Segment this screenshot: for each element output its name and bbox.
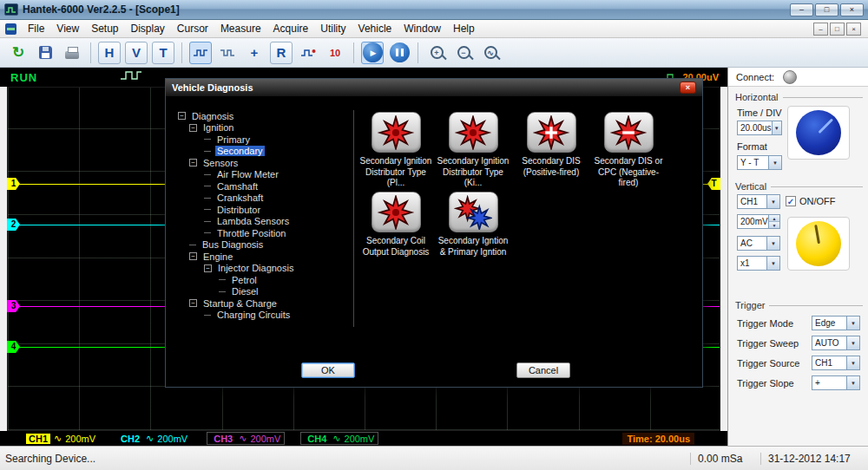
tree-item-distributor[interactable]: Distributor: [173, 204, 353, 216]
stepper-arrows-icon[interactable]: ▲▼: [768, 215, 779, 228]
tree-item-injector-diagnosis[interactable]: Injector Diagnosis: [173, 263, 353, 275]
collapse-icon[interactable]: [189, 124, 197, 132]
maximize-icon[interactable]: □: [815, 3, 838, 16]
ignition-burst-minus-icon: [604, 112, 654, 153]
menu-file[interactable]: File: [22, 21, 50, 36]
trigger-slope-select[interactable]: +: [812, 375, 860, 390]
zoom-out-icon[interactable]: −: [452, 42, 475, 64]
trigger-sweep-select[interactable]: AUTO: [812, 336, 860, 350]
pause-button[interactable]: [388, 42, 411, 64]
tile-secondary-dis-positive[interactable]: Secondary DIS (Positive-fired): [512, 112, 590, 178]
trigger-source-select[interactable]: CH1: [812, 356, 860, 370]
menu-display[interactable]: Display: [125, 21, 171, 36]
tile-secondary-distributor-pl[interactable]: Secondary Ignition Distributor Type (Pl.…: [357, 112, 435, 189]
ch4-coupling-icon: ∿: [332, 433, 340, 444]
print-icon[interactable]: [61, 42, 83, 64]
play-button[interactable]: ▶: [361, 42, 384, 64]
tree-item-camshaft[interactable]: Camshaft: [173, 180, 353, 193]
volts-div-stepper[interactable]: 200mV ▲▼: [737, 214, 780, 229]
close-icon[interactable]: ×: [840, 3, 864, 16]
tree-item-startup-charge[interactable]: Startup & Charge: [173, 297, 353, 310]
title-bar[interactable]: Hantek-6000 Ver2.2.5 - [Scope1] – □ ×: [0, 0, 868, 20]
tree-item-petrol[interactable]: Petrol: [173, 274, 353, 286]
menu-window[interactable]: Window: [398, 21, 447, 36]
menu-cursor[interactable]: Cursor: [171, 21, 214, 36]
trigger-level-marker[interactable]: T: [707, 178, 720, 190]
ch1-position-marker[interactable]: 1: [7, 178, 20, 190]
time-div-select[interactable]: 20.00us: [737, 121, 782, 135]
menu-measure[interactable]: Measure: [214, 21, 267, 36]
vertical-menu-button[interactable]: V: [125, 42, 148, 64]
ok-button[interactable]: OK: [301, 362, 355, 378]
channel-onoff[interactable]: ✓ ON/OFF: [786, 196, 836, 206]
tree-item-diagnosis[interactable]: Diagnosis: [173, 110, 353, 122]
channel-status-bar: CH1 ∿ 200mV CH2 ∿ 200mV CH3 ∿ 200mV CH4 …: [0, 431, 727, 446]
ch1-status[interactable]: CH1 ∿ 200mV: [23, 433, 99, 444]
waveform-list-icon[interactable]: [216, 42, 239, 64]
save-icon[interactable]: [34, 42, 56, 64]
tree-item-secondary[interactable]: Secondary: [173, 146, 353, 158]
dialog-close-icon[interactable]: ×: [680, 82, 696, 94]
coupling-select[interactable]: AC: [737, 236, 780, 251]
zoom-wave-icon[interactable]: ∿: [479, 42, 502, 64]
datetime: 31-12-2012 14:17: [760, 453, 851, 465]
menu-setup[interactable]: Setup: [85, 21, 124, 36]
connect-indicator[interactable]: [783, 70, 797, 84]
ch4-status[interactable]: CH4 ∿ 200mV: [300, 432, 378, 445]
tree-item-engine[interactable]: Engine: [173, 251, 353, 263]
tree-item-ignition[interactable]: Ignition: [173, 122, 353, 134]
format-select[interactable]: Y - T: [737, 155, 782, 170]
record-wave-icon[interactable]: [297, 42, 319, 64]
checkbox-check-icon[interactable]: ✓: [786, 196, 796, 206]
tile-secondary-distributor-ki[interactable]: Secondary Ignition Distributor Type (Ki.…: [434, 112, 512, 189]
timebase-knob[interactable]: [796, 110, 841, 155]
mdi-minimize-icon[interactable]: –: [813, 23, 828, 36]
tree-item-diesel[interactable]: Diesel: [173, 286, 353, 298]
tree-item-bus-diagnosis[interactable]: Bus Diagnosis: [173, 239, 353, 251]
menu-utility[interactable]: Utility: [314, 21, 352, 36]
tree-item-charging-circuits[interactable]: Charging Circuits: [173, 310, 353, 322]
trigger-menu-button[interactable]: T: [152, 42, 174, 64]
trigger-mode-select[interactable]: Edge: [812, 316, 860, 330]
channel-select[interactable]: CH1: [737, 194, 780, 209]
dialog-title-bar[interactable]: Vehicle Diagnosis ×: [166, 79, 702, 96]
volts-knob[interactable]: [796, 221, 841, 266]
collapse-icon[interactable]: [189, 299, 197, 307]
waveform-display-icon[interactable]: [189, 42, 212, 64]
tile-secondary-coil-output[interactable]: Secondary Coil Output Diagnosis: [357, 192, 435, 258]
tree-item-air-flow-meter[interactable]: Air Flow Meter: [173, 169, 353, 181]
collapse-icon[interactable]: [189, 252, 197, 260]
ch4-position-marker[interactable]: 4: [7, 341, 20, 353]
menu-view[interactable]: View: [50, 21, 85, 36]
mdi-restore-icon[interactable]: □: [830, 23, 845, 36]
collapse-icon[interactable]: [178, 112, 186, 120]
tree-item-primary[interactable]: Primary: [173, 134, 353, 146]
zoom-in-icon[interactable]: +: [425, 42, 448, 64]
cancel-button[interactable]: Cancel: [516, 362, 570, 378]
horizontal-menu-button[interactable]: H: [98, 42, 121, 64]
menu-acquire[interactable]: Acquire: [267, 21, 315, 36]
tree-item-crankshaft[interactable]: Crankshaft: [173, 193, 353, 205]
tree-item-sensors[interactable]: Sensors: [173, 157, 353, 169]
collapse-icon[interactable]: [189, 159, 197, 166]
ch2-position-marker[interactable]: 2: [7, 219, 20, 231]
probe-x10-button[interactable]: 10: [324, 42, 346, 64]
probe-select[interactable]: x1: [737, 256, 780, 271]
ch2-status[interactable]: CH2 ∿ 200mV: [115, 433, 191, 444]
play-icon: ▶: [363, 42, 383, 62]
collapse-icon[interactable]: [204, 264, 212, 272]
menu-vehicle[interactable]: Vehicle: [352, 21, 398, 36]
tile-secondary-and-primary[interactable]: Secondary Igntion & Primary Igntion: [434, 192, 512, 258]
tree-item-throttle-position[interactable]: Throttle Position: [173, 227, 353, 239]
ch3-position-marker[interactable]: 3: [7, 300, 20, 312]
minimize-icon[interactable]: –: [790, 3, 813, 16]
mdi-close-icon[interactable]: ×: [846, 23, 861, 36]
reference-wave-button[interactable]: R: [270, 42, 293, 64]
tile-secondary-dis-negative[interactable]: Secondary DIS or CPC (Negative-fired): [589, 112, 667, 189]
refresh-icon[interactable]: ↻: [7, 42, 30, 64]
menu-help[interactable]: Help: [447, 21, 481, 36]
measure-crosshair-icon[interactable]: +: [243, 42, 266, 64]
ch3-status[interactable]: CH3 ∿ 200mV: [207, 432, 285, 445]
tree-item-lambda-sensors[interactable]: Lambda Sensors: [173, 216, 353, 228]
menu-bar: File View Setup Display Cursor Measure A…: [0, 20, 868, 38]
